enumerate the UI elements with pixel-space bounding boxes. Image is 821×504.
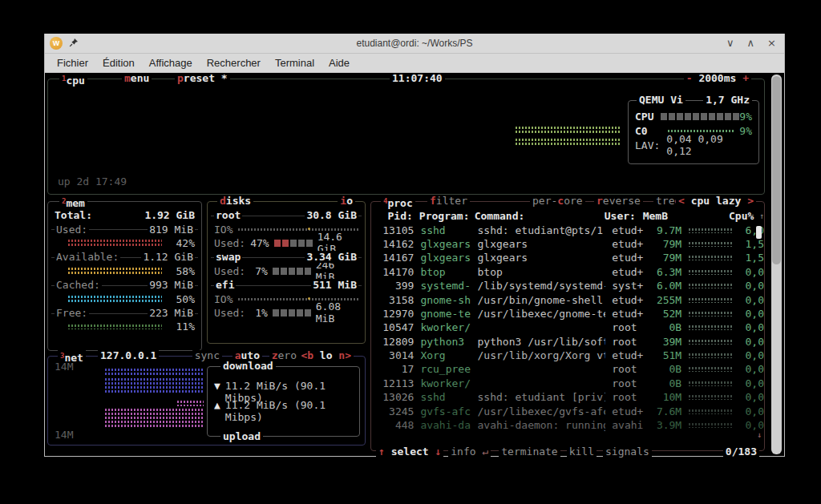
proc-percore-toggle[interactable]: per-core [530, 196, 585, 207]
proc-cpu-mini-graph [688, 339, 734, 345]
cpu-total-pct: 9% [739, 111, 752, 123]
mem-box: 2mem Total:1.92 GiB Used:819 MiB 42% Ava… [47, 201, 202, 351]
mem-free-graph [67, 324, 162, 329]
proc-row[interactable]: 14170 btop btop etud+ 6.3M 0,0 [371, 265, 764, 279]
net-scale-top: 14M [55, 361, 73, 373]
loadavg-values: 0,04 0,09 0,12 [666, 133, 752, 157]
proc-sort-selector[interactable]: < cpu lazy > [676, 196, 756, 207]
signals-button[interactable]: signals [603, 446, 652, 458]
proc-footer: ↑ select ↓ info ↵ terminate kill signals… [376, 446, 759, 458]
upload-arrow-icon: ▲ [214, 399, 220, 423]
proc-row[interactable]: 448 avahi-da avahi-daemon: running avahi… [371, 418, 764, 432]
select-control[interactable]: ↑ select ↓ [376, 446, 443, 458]
proc-cpu-mini-graph [688, 297, 734, 303]
proc-selection-count: 0/183 [723, 446, 759, 458]
proc-cpu-mini-graph [688, 255, 734, 260]
proc-scroll-down-icon[interactable]: ↓ [757, 430, 762, 439]
proc-row[interactable]: 399 systemd- /lib/systemd/systemd- syst+… [371, 279, 764, 292]
upload-rate: 11.2 MiB/s (90.1 Mibps) [225, 399, 359, 423]
menu-item[interactable]: Fichier [51, 55, 94, 71]
proc-row[interactable]: 13026 sshd sshd: etudiant [priv] root 10… [371, 390, 764, 404]
maximize-button[interactable]: ∧ [747, 37, 755, 49]
net-upload-graph [104, 400, 204, 435]
proc-scrollbar-thumb[interactable] [756, 226, 762, 239]
mem-used-row: Used:819 MiB [48, 222, 201, 236]
proc-scroll-up-icon[interactable]: ↑ [759, 212, 764, 220]
terminal-scrollbar[interactable] [771, 75, 782, 454]
titlebar[interactable]: W etudiant@ordi: ~/Works/PS ∨ ∧ × [45, 34, 784, 54]
interval-decrease-button[interactable]: - [686, 72, 693, 84]
net-zero-toggle[interactable]: zero [269, 350, 299, 361]
cpu-graph [515, 126, 621, 148]
mem-cached-graph-row: 50% [48, 292, 201, 305]
net-box: 3net 127.0.0.1 sync auto zero <b lo n> 1… [47, 356, 366, 446]
uptime: up 2d 17:49 [58, 175, 127, 187]
proc-reverse-toggle[interactable]: reverse [594, 196, 643, 207]
proc-cpu-mini-graph [688, 241, 734, 247]
proc-cpu-mini-graph [688, 409, 734, 414]
menu-item[interactable]: Édition [97, 55, 140, 71]
terminal-scrollbar-thumb[interactable] [772, 76, 781, 264]
mem-free-graph-row: 11% [48, 320, 201, 333]
mem-cached-row: Cached:993 MiB [48, 278, 201, 292]
proc-row[interactable]: 3158 gnome-sh /usr/bin/gnome-shell etud+… [371, 292, 764, 306]
net-download-graph [104, 368, 204, 397]
clock: 11:07:40 [390, 73, 445, 84]
disk-root-row: root30.8 GiB [208, 208, 365, 222]
update-interval: - 2000ms + [684, 73, 751, 84]
kill-button[interactable]: kill [567, 446, 597, 458]
disk-efi-io-graph [237, 297, 358, 300]
proc-cpu-mini-graph [688, 283, 734, 288]
proc-row[interactable]: 12809 python3 python3 /usr/lib/soft root… [371, 335, 764, 349]
disks-box-title[interactable]: disks [217, 196, 253, 207]
close-button[interactable]: × [767, 37, 776, 49]
cpu-frequency: 1,7 GHz [703, 95, 752, 106]
preset-button[interactable]: preset * [175, 73, 230, 84]
mem-total-row: Total:1.92 GiB [48, 208, 201, 222]
interval-increase-button[interactable]: + [742, 72, 749, 84]
menu-item[interactable]: Terminal [269, 55, 320, 71]
proc-cpu-mini-graph [688, 269, 734, 275]
proc-row[interactable]: 12970 gnome-te /usr/libexec/gnome-te etu… [371, 307, 764, 321]
net-interface-switch[interactable]: <b lo n> [298, 350, 354, 361]
proc-row[interactable]: 14167 glxgears glxgears etud+ 79M 1,5 [371, 251, 764, 264]
mem-cached-graph [67, 295, 162, 303]
proc-box-title: 4proc [381, 196, 415, 209]
disk-efi-used-meter [273, 309, 311, 317]
cpu-box-title: 1cpu [59, 73, 87, 87]
desktop: W etudiant@ordi: ~/Works/PS ∨ ∧ × Fichie… [0, 0, 821, 504]
disk-root-used-meter [274, 240, 313, 247]
disk-root-used-row: Used:47% 14.6 GiB [208, 236, 365, 250]
proc-row[interactable]: 14162 glxgears glxgears etud+ 79M 1,5 [371, 237, 764, 251]
proc-row[interactable]: 12113 kworker/ root 0B 0,0 [371, 377, 764, 390]
terminate-button[interactable]: terminate [499, 446, 560, 458]
cpu-box: 1cpu menu preset * 11:07:40 - 2000ms + Q… [47, 79, 765, 195]
window-title: etudiant@ordi: ~/Works/PS [45, 38, 784, 49]
proc-cpu-mini-graph [688, 228, 734, 233]
proc-cpu-mini-graph [688, 325, 734, 330]
proc-row[interactable]: 17 rcu_pree root 0B 0,0 [371, 362, 764, 376]
mem-available-graph-row: 58% [48, 264, 201, 278]
proc-filter-button[interactable]: filter [427, 196, 470, 207]
terminal-screen: 1cpu menu preset * 11:07:40 - 2000ms + Q… [45, 73, 784, 456]
net-sync-toggle[interactable]: sync [192, 350, 222, 361]
mem-available-graph [67, 267, 162, 275]
menu-button[interactable]: menu [122, 73, 152, 84]
menu-item[interactable]: Affichage [144, 55, 198, 71]
enter-icon: ↵ [482, 446, 488, 458]
net-rates-box: download ▼ 11.2 MiB/s (90.1 Mibps) ▲ 11.… [207, 366, 360, 437]
proc-row[interactable]: 3245 gvfs-afc /usr/libexec/gvfs-afc etud… [371, 404, 764, 417]
menu-item[interactable]: Rechercher [201, 55, 266, 71]
info-button[interactable]: info ↵ [448, 446, 491, 458]
proc-row[interactable]: 13105 sshd sshd: etudiant@pts/1 etud+ 9.… [371, 223, 764, 236]
cpu-total-label: CPU [635, 111, 661, 123]
disk-efi-row: efi511 MiB [208, 278, 365, 292]
proc-row[interactable]: 3014 Xorg /usr/lib/xorg/Xorg vt etud+ 51… [371, 349, 764, 362]
menu-item[interactable]: Aide [323, 55, 355, 71]
minimize-button[interactable]: ∨ [726, 37, 734, 49]
mem-used-graph [67, 239, 162, 247]
proc-row[interactable]: 10547 kworker/ root 0B 0,0 [371, 321, 764, 334]
proc-header-row: Pid: Program: Command: User: MemB Cpu% ↑ [371, 209, 764, 223]
menubar: FichierÉditionAffichageRechercherTermina… [45, 54, 784, 73]
disks-io-toggle[interactable]: io [338, 196, 355, 207]
